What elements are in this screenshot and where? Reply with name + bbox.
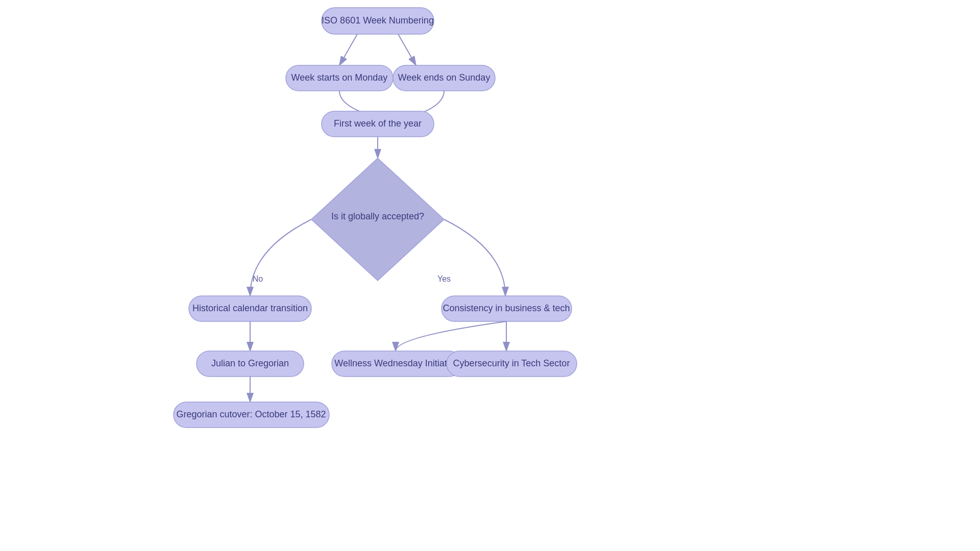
consistency-business-node: Consistency in business & tech (442, 296, 572, 321)
line-no (250, 219, 311, 296)
first-week-label: First week of the year (334, 118, 422, 129)
diamond-node: Is it globally accepted? (311, 158, 444, 281)
julian-gregorian-label: Julian to Gregorian (211, 358, 289, 368)
week-starts-monday-label: Week starts on Monday (291, 72, 388, 83)
diamond-label: Is it globally accepted? (331, 211, 424, 221)
cybersecurity-label: Cybersecurity in Tech Sector (453, 358, 570, 368)
gregorian-cutover-node: Gregorian cutover: October 15, 1582 (174, 402, 329, 428)
julian-gregorian-node: Julian to Gregorian (197, 351, 304, 377)
line-root-to-monday (339, 34, 357, 65)
line-root-to-sunday (398, 34, 416, 65)
historical-calendar-label: Historical calendar transition (192, 303, 308, 313)
flowchart: ISO 8601 Week Numbering Week starts on M… (0, 0, 980, 551)
line-consistency-to-wellness (396, 321, 506, 351)
yes-label: Yes (437, 274, 451, 283)
week-starts-monday-node: Week starts on Monday (286, 65, 393, 91)
no-label: No (253, 274, 263, 283)
consistency-business-label: Consistency in business & tech (443, 303, 570, 313)
wellness-wednesday-node: Wellness Wednesday Initiative (332, 351, 462, 377)
cybersecurity-node: Cybersecurity in Tech Sector (447, 351, 577, 377)
week-ends-sunday-label: Week ends on Sunday (398, 72, 491, 83)
historical-calendar-node: Historical calendar transition (189, 296, 311, 321)
root-node: ISO 8601 Week Numbering (322, 8, 434, 34)
first-week-node: First week of the year (322, 111, 434, 137)
week-ends-sunday-node: Week ends on Sunday (393, 65, 495, 91)
wellness-wednesday-label: Wellness Wednesday Initiative (334, 358, 458, 368)
root-label: ISO 8601 Week Numbering (322, 15, 434, 26)
line-yes (444, 219, 505, 296)
gregorian-cutover-label: Gregorian cutover: October 15, 1582 (176, 409, 326, 419)
